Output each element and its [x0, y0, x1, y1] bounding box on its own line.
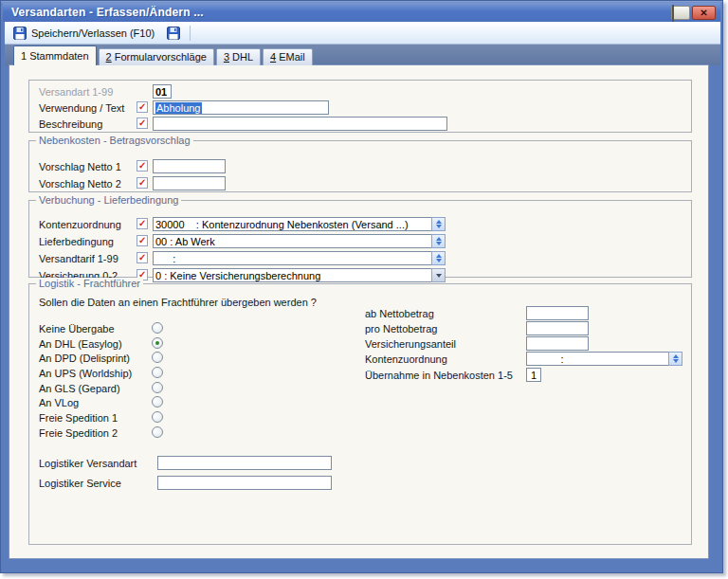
tab-page-stammdaten: Versandart 1-99 01 Verwendung / Text Abh…: [9, 64, 709, 559]
spinner-icon[interactable]: [431, 234, 446, 248]
selected-text: Abholung: [155, 102, 202, 114]
radio-label-spedition-1: Freie Spedition 1: [39, 412, 118, 424]
group-title: Logistik - Frachtführer: [36, 278, 143, 289]
versandtarif-label: Versandtarif 1-99: [39, 253, 118, 264]
group-versandart: Versandart 1-99 01 Verwendung / Text Abh…: [28, 80, 692, 133]
group-verbuchung: Verbuchung - Lieferbedingung Kontenzuord…: [28, 200, 692, 278]
group-logistik: Logistik - Frachtführer Sollen die Daten…: [28, 283, 692, 545]
field-check-icon[interactable]: [136, 160, 148, 172]
pro-nettobetrag-field[interactable]: [526, 321, 589, 335]
versandtarif-combo[interactable]: :: [153, 251, 446, 265]
spinner-icon[interactable]: [431, 251, 446, 265]
radio-label-dhl: An DHL (Easylog): [39, 338, 122, 350]
window-title: Versandarten - Erfassen/Ändern ...: [11, 6, 204, 19]
tab-email[interactable]: 4EMail: [263, 48, 313, 65]
field-check-icon[interactable]: [136, 101, 148, 113]
lieferbedingung-label: Lieferbedingung: [39, 236, 114, 247]
vorschlag-netto-2-field[interactable]: [153, 176, 226, 190]
spinner-icon[interactable]: [431, 217, 446, 231]
logistiker-versandart-label: Logistiker Versandart: [39, 458, 136, 469]
versicherungsanteil-label: Versicherungsanteil: [365, 338, 456, 350]
radio-label-ups: An UPS (Worldship): [39, 368, 132, 379]
radio-label-gls: An GLS (Gepard): [39, 383, 120, 394]
radio-label-dpd: An DPD (Delisprint): [39, 353, 130, 364]
kontenzuordnung-label: Kontenzuordnung: [39, 219, 121, 230]
maximize-button[interactable]: [671, 6, 690, 20]
frachtfuehrer-question: Sollen die Daten an einen Frachtführer ü…: [39, 297, 317, 308]
kontenzuordnung-combo[interactable]: 30000 : Kontenzurodnung Nebenkosten (Ver…: [153, 217, 446, 231]
radio-dpd[interactable]: [152, 352, 163, 363]
logistiker-service-field[interactable]: [157, 476, 332, 490]
field-check-icon[interactable]: [136, 177, 148, 189]
versicherungsanteil-field[interactable]: [526, 336, 589, 351]
radio-ups[interactable]: [152, 367, 163, 378]
versandart-field[interactable]: 01: [153, 84, 172, 99]
vorschlag-netto-1-label: Vorschlag Netto 1: [39, 161, 121, 172]
verwendung-field[interactable]: Abholung: [153, 100, 329, 115]
toolbar-separator: [190, 26, 191, 41]
radio-vlog[interactable]: [152, 396, 163, 407]
group-title: Nebenkosten - Betragsvorschlag: [36, 135, 193, 146]
vorschlag-netto-2-label: Vorschlag Netto 2: [39, 178, 121, 190]
maximize-icon: [672, 5, 674, 24]
radio-dhl[interactable]: [152, 337, 163, 349]
field-check-icon[interactable]: [136, 235, 148, 246]
versandart-label: Versandart 1-99: [39, 86, 113, 98]
uebernahme-nebenkosten-label: Übernahme in Nebenkosten 1-5: [365, 370, 513, 381]
close-button[interactable]: ✕: [692, 6, 716, 20]
beschreibung-label: Beschreibung: [39, 118, 102, 130]
group-title: Verbuchung - Lieferbedingung: [36, 194, 181, 206]
versicherung-dropdown[interactable]: 0 : Keine Versicherungsberechnung: [153, 268, 446, 282]
radio-spedition-2[interactable]: [152, 426, 163, 438]
field-check-icon[interactable]: [136, 252, 148, 263]
ab-nettobetrag-field[interactable]: [526, 306, 589, 320]
save-exit-label: Speichern/Verlassen (F10): [31, 27, 155, 39]
field-check-icon[interactable]: [136, 218, 148, 229]
group-nebenkosten: Nebenkosten - Betragsvorschlag Vorschlag…: [28, 140, 692, 192]
pro-nettobetrag-label: pro Nettobetrag: [365, 323, 437, 335]
verwendung-label: Verwendung / Text: [39, 102, 124, 114]
logistiker-service-label: Logistiker Service: [39, 478, 121, 489]
titlebar[interactable]: Versandarten - Erfassen/Ändern ... ✕: [3, 3, 720, 22]
radio-label-vlog: An VLog: [39, 397, 79, 408]
radio-gls[interactable]: [152, 382, 163, 393]
radio-label-keine-uebergabe: Keine Übergabe: [39, 323, 115, 335]
tab-formularvorschlaege[interactable]: 2Formularvorschläge: [99, 48, 214, 65]
tab-bar: 1 Stammdaten 2Formularvorschläge 3DHL 4E…: [13, 45, 313, 65]
close-icon: ✕: [700, 8, 707, 18]
uebernahme-nebenkosten-field[interactable]: 1: [526, 368, 541, 382]
tab-stammdaten[interactable]: 1 Stammdaten: [13, 45, 97, 65]
dropdown-arrow-icon[interactable]: [431, 268, 446, 282]
lieferbedingung-combo[interactable]: 00 : Ab Werk: [153, 234, 446, 248]
kontenzuordnung-right-combo[interactable]: :: [526, 352, 682, 366]
save-icon: [167, 27, 180, 40]
ab-nettobetrag-label: ab Nettobetrag: [365, 308, 434, 319]
save-exit-button[interactable]: Speichern/Verlassen (F10): [9, 24, 159, 43]
beschreibung-field[interactable]: [153, 117, 447, 131]
field-check-icon[interactable]: [136, 118, 148, 129]
kontenzuordnung-right-label: Kontenzuordnung: [365, 353, 447, 365]
radio-label-spedition-2: Freie Spedition 2: [39, 427, 118, 439]
toolbar: Speichern/Verlassen (F10): [5, 22, 720, 45]
save-icon: [13, 27, 27, 40]
radio-keine-uebergabe[interactable]: [152, 322, 163, 334]
dialog-window: Versandarten - Erfassen/Ändern ... ✕ Spe…: [0, 0, 723, 573]
save-button[interactable]: [162, 24, 185, 43]
logistiker-versandart-field[interactable]: [157, 456, 332, 470]
radio-spedition-1[interactable]: [152, 411, 163, 423]
vorschlag-netto-1-field[interactable]: [153, 159, 226, 173]
tab-dhl[interactable]: 3DHL: [216, 48, 261, 65]
spinner-icon[interactable]: [668, 352, 682, 366]
